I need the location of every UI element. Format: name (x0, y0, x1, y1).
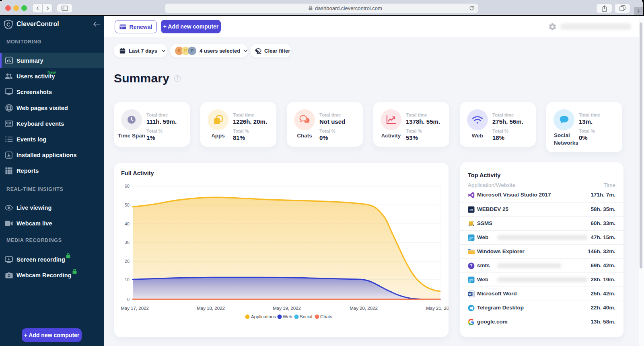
svg-text:30: 30 (125, 240, 130, 245)
svg-text:25: 25 (469, 208, 473, 212)
svg-text:Applications: Applications (251, 314, 276, 319)
svg-text:20: 20 (125, 259, 130, 264)
svg-text:W: W (469, 292, 472, 296)
svg-text:May 20, 2022: May 20, 2022 (350, 306, 378, 311)
svg-text:60: 60 (125, 184, 130, 188)
svg-text:?: ? (470, 263, 472, 268)
svg-text:0: 0 (127, 297, 130, 302)
svg-text:May 17, 2022: May 17, 2022 (121, 306, 149, 311)
svg-text:May 19, 2022: May 19, 2022 (273, 306, 301, 311)
svg-text:Social: Social (300, 314, 312, 319)
svg-text:May 18, 2022: May 18, 2022 (197, 306, 225, 311)
svg-text:50: 50 (125, 203, 130, 207)
svg-text:Web: Web (283, 314, 292, 319)
svg-text:Chats: Chats (320, 314, 332, 319)
svg-text:10: 10 (125, 277, 130, 282)
svg-text:40: 40 (125, 221, 130, 226)
svg-text:May 21, 2022: May 21, 2022 (426, 306, 449, 311)
